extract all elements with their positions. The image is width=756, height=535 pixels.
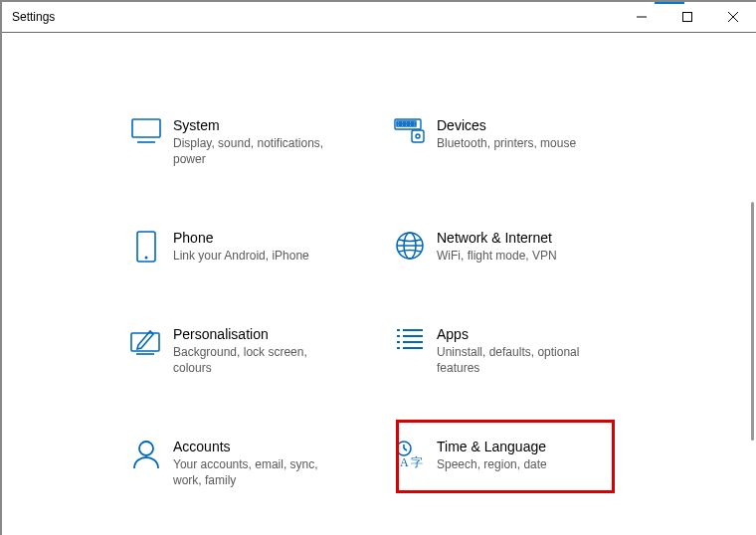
category-desc: Speech, region, date [437,456,547,472]
window-title: Settings [12,10,55,24]
svg-rect-9 [405,121,408,123]
svg-text:字: 字 [411,455,423,469]
svg-rect-15 [409,124,412,126]
svg-rect-10 [409,121,412,123]
category-title: Network & Internet [437,229,557,247]
svg-text:A: A [400,455,409,469]
time-language-icon: A 字 [385,438,435,469]
category-title: Apps [437,325,606,343]
minimize-button[interactable] [619,2,664,32]
scrollbar[interactable] [751,202,754,441]
svg-rect-16 [413,124,416,126]
close-button[interactable] [710,2,756,32]
svg-rect-4 [132,119,160,137]
svg-point-18 [416,134,420,138]
category-title: Personalisation [173,325,342,343]
devices-icon [385,116,435,144]
category-apps[interactable]: Apps Uninstall, defaults, optional featu… [385,321,649,380]
window-controls [619,2,756,32]
category-system[interactable]: System Display, sound, notifications, po… [121,112,385,171]
category-desc: WiFi, flight mode, VPN [437,248,557,264]
category-time-language[interactable]: A 字 Time & Language Speech, region, date [385,434,649,492]
category-desc: Your accounts, email, sync, work, family [173,456,342,488]
svg-rect-12 [397,124,400,126]
category-personalisation[interactable]: Personalisation Background, lock screen,… [121,321,385,380]
content-area: System Display, sound, notifications, po… [2,33,756,535]
category-title: Accounts [173,438,342,455]
svg-line-37 [404,448,407,450]
accounts-icon [121,438,171,469]
category-desc: Link your Android, iPhone [173,248,309,264]
svg-rect-8 [401,121,404,123]
personalisation-icon [121,325,171,355]
svg-rect-11 [413,121,416,123]
titlebar: Settings [2,2,756,33]
svg-rect-1 [683,13,692,22]
category-title: System [173,116,342,134]
globe-icon [385,229,435,261]
category-title: Phone [173,229,309,247]
category-network[interactable]: Network & Internet WiFi, flight mode, VP… [385,225,649,268]
svg-rect-17 [412,130,424,142]
svg-rect-14 [405,124,408,126]
category-phone[interactable]: Phone Link your Android, iPhone [121,225,385,268]
category-desc: Background, lock screen, colours [173,344,342,376]
svg-point-34 [139,442,153,455]
category-title: Time & Language [437,438,547,455]
apps-icon [385,325,435,351]
category-desc: Uninstall, defaults, optional features [437,344,606,376]
svg-point-20 [145,257,148,260]
phone-icon [121,229,171,263]
category-devices[interactable]: Devices Bluetooth, printers, mouse [385,112,649,171]
category-desc: Bluetooth, printers, mouse [437,135,576,151]
category-desc: Display, sound, notifications, power [173,135,342,167]
maximize-button[interactable] [664,2,710,32]
svg-rect-13 [401,124,404,126]
svg-rect-7 [397,121,400,123]
categories-grid: System Display, sound, notifications, po… [121,112,716,535]
category-accounts[interactable]: Accounts Your accounts, email, sync, wor… [121,434,385,492]
system-icon [121,116,171,144]
category-title: Devices [437,116,576,134]
